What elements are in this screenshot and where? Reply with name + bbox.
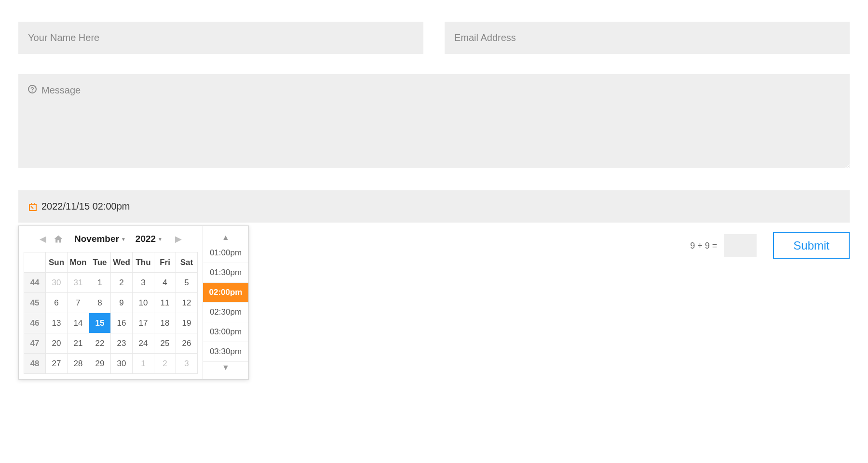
day-cell[interactable]: 2 [111, 273, 133, 293]
week-num-header [24, 252, 46, 273]
day-cell[interactable]: 25 [154, 333, 176, 354]
month-label: November [74, 234, 119, 244]
weekday-header: Sat [176, 252, 198, 273]
day-cell[interactable]: 10 [133, 293, 154, 313]
submit-button[interactable]: Submit [773, 232, 850, 259]
weekday-header: Fri [154, 252, 176, 273]
day-cell[interactable]: 12 [176, 293, 198, 313]
day-cell[interactable]: 4 [154, 273, 176, 293]
day-cell[interactable]: 30 [111, 354, 133, 374]
help-icon[interactable]: ? [28, 85, 37, 93]
weekday-header: Sun [46, 252, 68, 273]
day-cell[interactable]: 8 [89, 293, 111, 313]
day-cell[interactable]: 18 [154, 313, 176, 333]
time-scroll-up[interactable]: ▲ [203, 232, 248, 243]
prev-month-button[interactable]: ◀ [37, 233, 49, 245]
weekday-header: Tue [89, 252, 111, 273]
next-month-button[interactable]: ▶ [172, 233, 185, 245]
day-cell[interactable]: 15 [89, 313, 111, 333]
weekday-header: Wed [111, 252, 133, 273]
day-cell[interactable]: 2 [154, 354, 176, 374]
day-cell[interactable]: 14 [68, 313, 89, 333]
day-cell[interactable]: 3 [133, 273, 154, 293]
day-cell[interactable]: 22 [89, 333, 111, 354]
day-cell[interactable]: 3 [176, 354, 198, 374]
chevron-down-icon: ▼ [121, 237, 126, 242]
day-cell[interactable]: 30 [46, 273, 68, 293]
calendar-icon [28, 202, 38, 212]
day-cell[interactable]: 16 [111, 313, 133, 333]
day-cell[interactable]: 9 [111, 293, 133, 313]
time-slot[interactable]: 01:30pm [203, 263, 248, 283]
day-cell[interactable]: 1 [89, 273, 111, 293]
month-selector[interactable]: November ▼ [74, 234, 126, 244]
weekday-header: Thu [133, 252, 154, 273]
today-button[interactable] [52, 233, 65, 245]
day-cell[interactable]: 27 [46, 354, 68, 374]
week-number: 48 [24, 354, 46, 374]
week-number: 46 [24, 313, 46, 333]
time-scroll-down[interactable]: ▼ [203, 362, 248, 373]
day-cell[interactable]: 20 [46, 333, 68, 354]
message-textarea[interactable] [18, 74, 850, 168]
svg-rect-0 [29, 204, 36, 211]
day-cell[interactable]: 5 [176, 273, 198, 293]
day-cell[interactable]: 11 [154, 293, 176, 313]
day-cell[interactable]: 1 [133, 354, 154, 374]
day-cell[interactable]: 21 [68, 333, 89, 354]
chevron-down-icon: ▼ [158, 237, 163, 242]
time-slot[interactable]: 03:00pm [203, 322, 248, 342]
day-cell[interactable]: 23 [111, 333, 133, 354]
day-cell[interactable]: 17 [133, 313, 154, 333]
year-selector[interactable]: 2022 ▼ [136, 234, 163, 244]
day-cell[interactable]: 26 [176, 333, 198, 354]
time-slot[interactable]: 02:30pm [203, 303, 248, 322]
time-slot[interactable]: 01:00pm [203, 243, 248, 263]
day-cell[interactable]: 6 [46, 293, 68, 313]
time-slot[interactable]: 03:30pm [203, 342, 248, 362]
week-number: 44 [24, 273, 46, 293]
day-cell[interactable]: 24 [133, 333, 154, 354]
day-cell[interactable]: 7 [68, 293, 89, 313]
datepicker-popup: ◀ November ▼ 2022 ▼ ▶ [18, 225, 249, 380]
name-input[interactable] [18, 22, 423, 54]
day-cell[interactable]: 31 [68, 273, 89, 293]
day-cell[interactable]: 29 [89, 354, 111, 374]
datetime-input[interactable] [18, 190, 850, 223]
year-label: 2022 [136, 234, 156, 244]
time-slot[interactable]: 02:00pm [203, 283, 248, 303]
email-input[interactable] [445, 22, 850, 54]
weekday-header: Mon [68, 252, 89, 273]
day-cell[interactable]: 13 [46, 313, 68, 333]
calendar-grid: SunMonTueWedThuFriSat 443031123454567891… [24, 252, 198, 374]
day-cell[interactable]: 19 [176, 313, 198, 333]
captcha-input[interactable] [724, 234, 757, 257]
week-number: 45 [24, 293, 46, 313]
day-cell[interactable]: 28 [68, 354, 89, 374]
week-number: 47 [24, 333, 46, 354]
captcha-question: 9 + 9 = [690, 241, 717, 251]
